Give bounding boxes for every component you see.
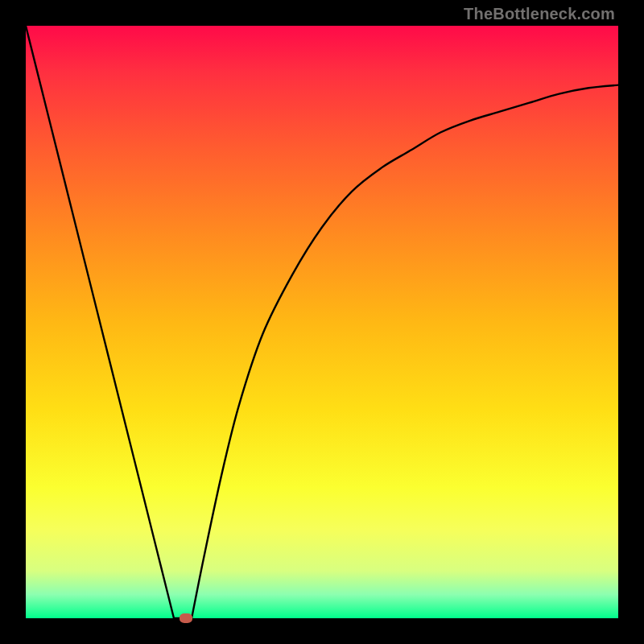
watermark-label: TheBottleneck.com <box>464 5 615 23</box>
plot-area <box>26 26 618 618</box>
optimal-point-marker <box>180 613 192 623</box>
curve-path <box>26 26 618 618</box>
bottleneck-curve <box>26 26 618 618</box>
chart-frame: TheBottleneck.com <box>0 0 644 644</box>
